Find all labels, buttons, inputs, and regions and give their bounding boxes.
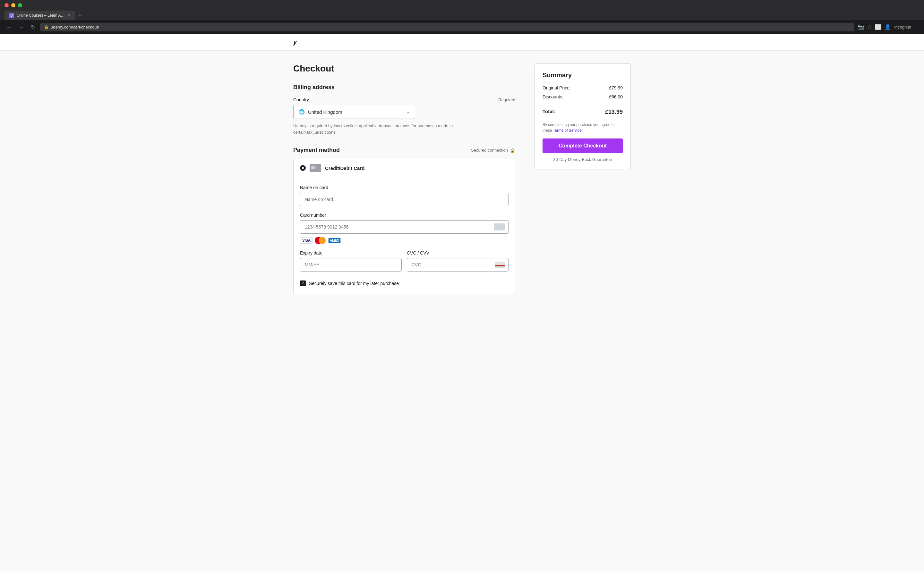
save-card-row: Securely save this card for my later pur… [300,280,509,286]
profile-icon[interactable]: 👤 [885,24,891,30]
card-number-icon [494,223,505,230]
payment-section-title: Payment method [293,147,340,153]
tab-bar: U Online Courses – Learn Anyth... ✕ + [0,11,924,20]
country-select[interactable]: 🌐 United Kingdom ⌄ [293,105,415,119]
credit-debit-card-option[interactable]: Credit/Debit Card [294,159,515,177]
address-bar: ← → ↻ 🔒 udemy.com/cart/checkout/ 📷 ☆ ⬜ 👤… [0,20,924,34]
page-wrapper: y Checkout Billing address Country Requi… [0,34,924,572]
billing-section: Billing address Country Required 🌐 Unite… [293,84,515,135]
amex-icon: AMEX [328,238,341,243]
selected-country: United Kingdom [308,109,403,115]
save-card-label: Securely save this card for my later pur… [309,281,399,286]
billing-section-title: Billing address [293,84,515,91]
tax-notice: Udemy is required by law to collect appl… [293,123,454,135]
summary-box: Summary Original Price: £79.99 Discounts… [535,63,631,170]
expiry-label: Expiry date [300,250,402,255]
camera-off-icon: 📷 [858,24,864,30]
discounts-row: Discounts: -£66.00 [543,94,623,99]
card-number-input-wrap [300,220,509,234]
name-on-card-group: Name on card [300,185,509,206]
cvc-group: CVC / CVV [407,250,509,271]
summary-title: Summary [543,71,623,79]
right-column: Summary Original Price: £79.99 Discounts… [535,63,631,170]
card-type-icon [310,164,321,172]
page-title: Checkout [293,63,515,74]
menu-icon[interactable]: ⋮ [914,24,919,30]
cvc-input-wrap [407,258,509,271]
close-tab-button[interactable]: ✕ [67,13,71,18]
incognito-label: Incognito [894,25,911,29]
payment-method-label: Credit/Debit Card [325,165,365,171]
chevron-down-icon: ⌄ [406,110,410,114]
card-brands: VISA AMEX [300,237,509,244]
summary-divider [543,104,623,104]
terms-text: By completing your purchase you agree to… [543,122,623,133]
forward-button[interactable]: → [17,23,26,31]
total-value: £13.99 [605,109,623,115]
cvc-label: CVC / CVV [407,250,509,255]
lock-icon: 🔒 [510,148,515,153]
country-required-label: Required [498,97,515,102]
close-window-button[interactable] [5,3,9,7]
total-row: Total: £13.99 [543,109,623,115]
original-price-label: Original Price: [543,85,571,90]
cvc-input[interactable] [407,258,509,271]
titlebar [0,0,924,11]
browser-chrome: U Online Courses – Learn Anyth... ✕ + ← … [0,0,924,34]
credit-card-radio[interactable] [300,165,306,171]
tab-favicon-icon: U [9,13,14,18]
expiry-group: Expiry date [300,250,402,271]
total-label: Total: [543,109,556,115]
globe-icon: 🌐 [299,109,305,115]
country-field-header: Country Required [293,97,515,102]
bookmark-icon[interactable]: ☆ [867,24,872,30]
site-header: y [0,34,924,51]
visa-icon: VISA [300,237,313,243]
browser-toolbar-right: 📷 ☆ ⬜ 👤 Incognito ⋮ [858,24,919,30]
payment-fields: Name on card Card number VISA [294,177,515,294]
payment-header: Payment method Secured connection 🔒 [293,147,515,153]
split-view-icon[interactable]: ⬜ [875,24,881,30]
original-price-value: £79.99 [609,85,623,90]
payment-card: Credit/Debit Card Name on card Card numb… [293,159,515,294]
fullscreen-window-button[interactable] [18,3,22,7]
card-number-input[interactable] [300,220,509,234]
discounts-value: -£66.00 [607,94,623,99]
back-button[interactable]: ← [5,23,13,31]
discounts-label: Discounts: [543,94,564,99]
original-price-row: Original Price: £79.99 [543,85,623,90]
name-on-card-label: Name on card [300,185,509,190]
url-input[interactable]: 🔒 udemy.com/cart/checkout/ [40,23,855,31]
complete-checkout-button[interactable]: Complete Checkout [543,139,623,153]
left-column: Checkout Billing address Country Require… [293,63,515,302]
content-area: Checkout Billing address Country Require… [286,51,638,302]
expiry-input[interactable] [300,258,402,271]
mastercard-icon [315,237,326,244]
tab-title: Online Courses – Learn Anyth... [17,13,65,18]
cvc-card-icon [495,261,505,268]
country-label: Country [293,97,309,102]
save-card-checkbox[interactable] [300,280,306,286]
secured-connection-label: Secured connection [471,148,508,153]
secured-connection-badge: Secured connection 🔒 [471,148,515,153]
name-on-card-input[interactable] [300,193,509,206]
expiry-cvc-row: Expiry date CVC / CVV [300,250,509,278]
payment-section: Payment method Secured connection 🔒 Cred… [293,147,515,294]
card-number-group: Card number VISA [300,213,509,244]
url-text: udemy.com/cart/checkout/ [51,25,99,29]
site-logo: y [293,39,297,45]
refresh-button[interactable]: ↻ [29,23,37,31]
minimize-window-button[interactable] [11,3,15,7]
guarantee-text: 30-Day Money-Back Guarantee [543,157,623,162]
card-number-label: Card number [300,213,509,218]
terms-of-service-link[interactable]: Terms of Service [553,128,582,133]
new-tab-button[interactable]: + [77,11,83,20]
active-tab[interactable]: U Online Courses – Learn Anyth... ✕ [5,11,75,20]
ssl-lock-icon: 🔒 [44,25,49,29]
